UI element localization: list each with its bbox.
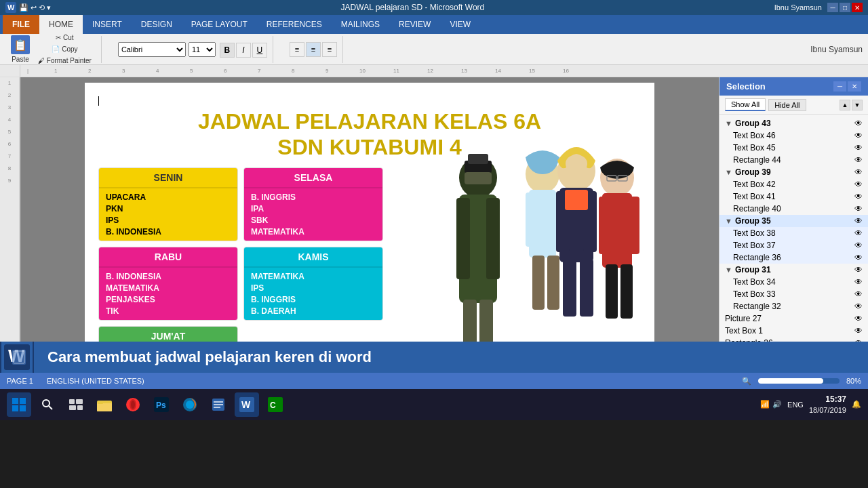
- kamis-item-3: B. INGGRIS: [251, 295, 376, 304]
- eye-icon-tb34[interactable]: 👁: [854, 277, 863, 287]
- selection-panel-close-button[interactable]: ✕: [848, 81, 861, 92]
- eye-icon-tb41[interactable]: 👁: [854, 192, 863, 201]
- tab-design[interactable]: DESIGN: [132, 15, 182, 34]
- corel-button[interactable]: C: [263, 392, 288, 417]
- taskbar-lang: ENG: [787, 401, 804, 409]
- eye-icon-tb1[interactable]: 👁: [854, 326, 863, 336]
- bold-button[interactable]: B: [220, 43, 235, 58]
- align-left-button[interactable]: ≡: [290, 42, 304, 57]
- show-all-button[interactable]: Show All: [725, 98, 766, 111]
- close-button[interactable]: ✕: [852, 3, 863, 12]
- rabu-item-3: PENJASKES: [106, 295, 231, 304]
- eye-icon-r26[interactable]: 👁: [854, 338, 863, 342]
- sel-textbox-37[interactable]: Text Box 37 👁: [719, 239, 868, 251]
- eye-icon-r44[interactable]: 👁: [854, 155, 863, 165]
- sel-textbox-1-label: Text Box 1: [725, 326, 763, 336]
- sel-textbox-34[interactable]: Text Box 34 👁: [719, 276, 868, 288]
- bottom-banner-text: Cara membuat jadwal pelajaran keren di w…: [34, 348, 868, 366]
- tab-page-layout[interactable]: PAGE LAYOUT: [182, 15, 257, 34]
- eye-icon-r40[interactable]: 👁: [854, 204, 863, 214]
- sel-picture-27[interactable]: Picture 27 👁: [719, 312, 868, 325]
- tab-review[interactable]: REVIEW: [389, 15, 440, 34]
- sel-textbox-42[interactable]: Text Box 42 👁: [719, 178, 868, 190]
- eye-icon-tb37[interactable]: 👁: [854, 241, 863, 250]
- eye-icon-tb38[interactable]: 👁: [854, 228, 863, 238]
- task-view-button[interactable]: [64, 392, 88, 417]
- selection-panel-collapse-button[interactable]: ─: [833, 81, 846, 92]
- file-explorer-button[interactable]: [92, 392, 117, 417]
- sel-textbox-41[interactable]: Text Box 41 👁: [719, 190, 868, 203]
- sel-textbox-45[interactable]: Text Box 45 👁: [719, 142, 868, 154]
- ribbon-commands: 📋 Paste ✂ Cut 📄 Copy 🖌 Format Painter Ca…: [0, 34, 868, 65]
- title-bar-left: W 💾 ↩ ⟲ ▾: [5, 2, 51, 13]
- sel-group-31[interactable]: ▼ Group 31 👁: [719, 264, 868, 276]
- align-right-button[interactable]: ≡: [322, 42, 337, 57]
- network-icon: 📶: [760, 400, 770, 409]
- eye-icon-r36[interactable]: 👁: [854, 253, 863, 262]
- font-size-select[interactable]: 11: [189, 42, 216, 57]
- file-button-2[interactable]: [206, 392, 231, 417]
- tab-mailings[interactable]: MAILINGS: [332, 15, 389, 34]
- font-family-select[interactable]: Calibri: [118, 42, 186, 57]
- svg-rect-32: [620, 264, 633, 319]
- sel-rect-32[interactable]: Rectangle 32 👁: [719, 300, 868, 312]
- quick-access: 💾 ↩ ⟲ ▾: [19, 3, 51, 12]
- minimize-button[interactable]: ─: [827, 3, 838, 12]
- eye-icon-tb33[interactable]: 👁: [854, 289, 863, 299]
- eye-icon-tb45[interactable]: 👁: [854, 143, 863, 152]
- sel-group-35[interactable]: ▼ Group 35 👁: [719, 215, 868, 227]
- eye-icon-31[interactable]: 👁: [854, 265, 863, 274]
- sel-rect-40[interactable]: Rectangle 40 👁: [719, 203, 868, 215]
- notifications-icon[interactable]: 🔔: [852, 400, 861, 409]
- format-painter-button[interactable]: 🖌 Format Painter: [34, 56, 96, 66]
- italic-button[interactable]: I: [236, 43, 251, 58]
- opera-button[interactable]: [121, 392, 145, 417]
- sel-group-31-label: Group 31: [735, 265, 771, 274]
- sel-textbox-38[interactable]: Text Box 38 👁: [719, 227, 868, 239]
- align-center-button[interactable]: ≡: [306, 42, 321, 57]
- selection-header-controls[interactable]: ─ ✕: [833, 81, 861, 92]
- eye-icon-p27[interactable]: 👁: [854, 314, 863, 323]
- cut-button[interactable]: ✂ Cut: [34, 33, 96, 43]
- underline-button[interactable]: U: [252, 43, 267, 58]
- tab-file[interactable]: FILE: [3, 15, 39, 34]
- hide-all-button[interactable]: Hide All: [768, 99, 806, 111]
- start-button[interactable]: [7, 392, 31, 417]
- tab-insert[interactable]: INSERT: [83, 15, 132, 34]
- eye-icon-tb46[interactable]: 👁: [854, 131, 863, 140]
- photoshop-button[interactable]: Ps: [149, 392, 174, 417]
- sel-textbox-1[interactable]: Text Box 1 👁: [719, 325, 868, 337]
- sel-rect-26[interactable]: Rectangle 26 👁: [719, 337, 868, 342]
- word-taskbar-button[interactable]: W: [235, 392, 259, 417]
- tab-view[interactable]: VIEW: [440, 15, 480, 34]
- svg-rect-47: [77, 405, 83, 410]
- maximize-button[interactable]: □: [840, 3, 850, 12]
- svg-rect-22: [580, 259, 593, 317]
- selection-arrows[interactable]: ▲ ▼: [840, 100, 863, 110]
- eye-icon-35[interactable]: 👁: [854, 216, 863, 226]
- zoom-bar[interactable]: [758, 378, 840, 384]
- taskbar-search[interactable]: [35, 392, 60, 417]
- copy-button[interactable]: 📄 Copy: [34, 44, 96, 54]
- sel-textbox-33[interactable]: Text Box 33 👁: [719, 288, 868, 300]
- sel-textbox-46[interactable]: Text Box 46 👁: [719, 129, 868, 142]
- sel-group-39[interactable]: ▼ Group 39 👁: [719, 166, 868, 178]
- sel-rect-44[interactable]: Rectangle 44 👁: [719, 154, 868, 166]
- svg-line-43: [49, 406, 52, 409]
- sel-rect-36-label: Rectangle 36: [733, 253, 781, 262]
- tab-references[interactable]: REFERENCES: [257, 15, 332, 34]
- eye-icon-39[interactable]: 👁: [854, 167, 863, 177]
- eye-icon-43[interactable]: 👁: [854, 119, 863, 128]
- doc-title-line1: JADWAL PELAJARAN KELAS 6A: [98, 108, 641, 134]
- eye-icon-r32[interactable]: 👁: [854, 302, 863, 311]
- kamis-item-4: B. DAERAH: [251, 306, 376, 316]
- eye-icon-tb42[interactable]: 👁: [854, 180, 863, 189]
- sel-rect-36[interactable]: Rectangle 36 👁: [719, 251, 868, 264]
- tab-home[interactable]: HOME: [39, 15, 83, 34]
- rabu-item-2: MATEMATIKA: [106, 283, 231, 293]
- arrow-up-button[interactable]: ▲: [840, 100, 850, 110]
- arrow-down-button[interactable]: ▼: [852, 100, 863, 110]
- firefox-button[interactable]: [178, 392, 202, 417]
- window-controls[interactable]: ─ □ ✕: [827, 3, 863, 12]
- sel-group-43[interactable]: ▼ Group 43 👁: [719, 117, 868, 129]
